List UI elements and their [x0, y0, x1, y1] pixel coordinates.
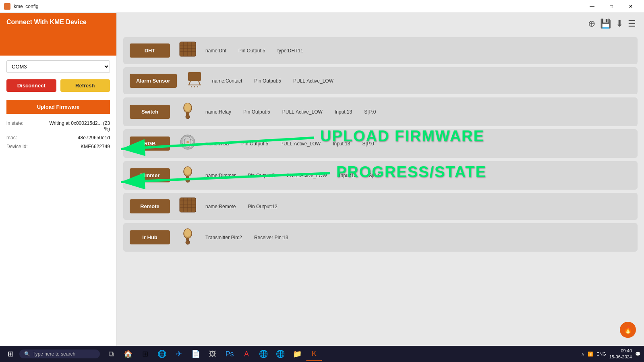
maximize-button[interactable]: □	[602, 0, 621, 13]
upload-firmware-button[interactable]: Upload Firmware	[6, 100, 110, 114]
minimize-button[interactable]: —	[583, 0, 601, 13]
dht-type: type:DHT11	[277, 48, 303, 54]
remote-pin: Pin Output:12	[248, 204, 277, 209]
add-icon[interactable]: ⊕	[588, 19, 595, 29]
rgb-pin: Pin Output:5	[241, 141, 268, 147]
grid-app[interactable]: ⊞	[137, 347, 153, 361]
header-toolbar: ⊕ 💾 ⬇ ☰	[588, 16, 636, 31]
device-card-dimmer: Dimmer name:Dimmer Pin Output:5 PULL:Act…	[123, 161, 638, 190]
ps-app[interactable]: Ps	[222, 347, 238, 361]
device-card-dht: DHT name:Dht Pin Output:5 type	[123, 37, 638, 64]
browser2-app[interactable]: 🌐	[272, 347, 288, 361]
switch-icon	[178, 101, 197, 122]
app-icon	[4, 3, 10, 10]
switch-sip: S|P:0	[364, 109, 376, 115]
device-card-alarm: Alarm Sensor name:Contact Pin Output:5	[123, 67, 638, 94]
remote-button[interactable]: Remote	[130, 199, 170, 213]
taskbar-clock: 09:40 15-06-2024	[609, 348, 632, 360]
svg-rect-7	[188, 72, 201, 81]
telegram-app[interactable]: ✈	[171, 347, 187, 361]
dht-info: name:Dht Pin Output:5 type:DHT11	[205, 48, 631, 54]
fire-icon[interactable]: 🔥	[620, 322, 636, 338]
svg-point-22	[186, 141, 189, 143]
alarm-info: name:Contact Pin Output:5 PULL:Active_LO…	[212, 78, 631, 84]
dimmer-info: name:Dimmer Pin Output:5 PULL:Active_LOW…	[205, 173, 631, 178]
download-icon[interactable]: ⬇	[616, 19, 623, 29]
in-state-value: Writing at 0x000215d2... (23 %)	[46, 120, 110, 132]
device-card-switch: Switch name:Relay Pin Output:5 PULL:Acti…	[123, 97, 638, 126]
mac-label: mac:	[6, 135, 17, 141]
save-icon[interactable]: 💾	[600, 19, 611, 29]
alarm-name: name:Contact	[212, 78, 242, 84]
app-container: Connect With KME Device COM3 Disconnect …	[0, 13, 644, 346]
alarm-pull: PULL:Active_LOW	[293, 78, 333, 84]
start-button[interactable]: ⊞	[3, 348, 18, 360]
alarm-icon	[185, 71, 204, 90]
in-state-label: in state:	[6, 120, 23, 132]
rgb-input: Input:13	[333, 141, 350, 147]
taskbar-apps: ⧉ 🏠 ⊞ 🌐 ✈ 📄 🖼 Ps A 🌐 🌐 📁 K	[103, 347, 322, 361]
taskbar-search[interactable]: 🔍 Type here to search	[19, 350, 100, 358]
sidebar-orange-section	[0, 31, 116, 56]
dht-pin: Pin Output:5	[238, 48, 265, 54]
switch-button[interactable]: Switch	[130, 105, 170, 119]
dimmer-button[interactable]: Dimmer	[130, 168, 170, 182]
titlebar: kme_config — □ ✕	[0, 0, 644, 13]
clock-date: 15-06-2024	[609, 354, 632, 360]
alarm-button[interactable]: Alarm Sensor	[130, 74, 177, 88]
dimmer-sip: S|P:0	[369, 173, 381, 178]
irhub-button[interactable]: Ir Hub	[130, 230, 170, 244]
dht-button[interactable]: DHT	[130, 43, 170, 58]
alarm-pin: Pin Output:5	[254, 78, 281, 84]
kme-app[interactable]: K	[306, 347, 322, 361]
chrome-app[interactable]: 🌐	[154, 347, 170, 361]
taskview-app[interactable]: ⧉	[103, 347, 119, 361]
file-app[interactable]: 📄	[188, 347, 204, 361]
rgb-name: name:RGB	[205, 141, 229, 147]
caret-icon[interactable]: ∧	[581, 352, 584, 357]
taskbar: ⊞ 🔍 Type here to search ⧉ 🏠 ⊞ 🌐 ✈ 📄 🖼 Ps…	[0, 346, 644, 362]
remote-name: name:Remote	[205, 204, 236, 209]
photo-app[interactable]: 🖼	[205, 347, 221, 361]
svg-line-8	[189, 81, 191, 85]
menu-icon[interactable]: ☰	[628, 19, 636, 29]
svg-line-9	[199, 81, 200, 85]
com-port-select[interactable]: COM3	[6, 60, 110, 73]
dht-name: name:Dht	[205, 48, 226, 54]
svg-point-37	[186, 240, 190, 244]
switch-name: name:Relay	[205, 109, 231, 115]
search-text: Type here to search	[33, 351, 75, 357]
irhub-icon	[178, 227, 197, 248]
titlebar-left: kme_config	[4, 3, 38, 10]
device-id-value: KME6622749	[81, 144, 110, 149]
acrobat-app[interactable]: A	[238, 347, 255, 361]
refresh-button[interactable]: Refresh	[60, 79, 110, 92]
svg-point-17	[186, 115, 190, 119]
explorer-app[interactable]: 📁	[289, 347, 305, 361]
device-card-rgb: RGB name:RGB Pin Output:5 PULL:Active_LO…	[123, 129, 638, 158]
switch-pull: PULL:Active_LOW	[282, 109, 323, 115]
dimmer-input: Input:13	[339, 173, 356, 178]
sidebar: Connect With KME Device COM3 Disconnect …	[0, 13, 117, 346]
device-id-row: Device id: KME6622749	[6, 144, 110, 149]
irhub-transmitter: Transmitter Pin:2	[205, 235, 242, 240]
rgb-sip: S|P:0	[362, 141, 374, 147]
in-state-row: in state: Writing at 0x000215d2... (23 %…	[6, 120, 110, 132]
wifi-icon: 📶	[588, 352, 593, 357]
remote-info: name:Remote Pin Output:12	[205, 204, 631, 209]
svg-point-24	[184, 167, 191, 175]
main-content: ⊕ 💾 ⬇ ☰ DHT	[117, 13, 644, 346]
irhub-info: Transmitter Pin:2 Receiver Pin:13	[205, 235, 631, 240]
disconnect-button[interactable]: Disconnect	[6, 79, 56, 92]
irhub-receiver: Receiver Pin:13	[254, 235, 288, 240]
rgb-button[interactable]: RGB	[130, 137, 170, 151]
sidebar-header: Connect With KME Device	[0, 13, 116, 31]
house-app[interactable]: 🏠	[120, 347, 136, 361]
rgb-info: name:RGB Pin Output:5 PULL:Active_LOW In…	[205, 141, 631, 147]
device-cards-area: DHT name:Dht Pin Output:5 type	[123, 37, 638, 252]
notification-icon[interactable]: 💬	[635, 352, 641, 357]
close-button[interactable]: ✕	[621, 0, 640, 13]
mac-value: 48e729650e1d	[78, 135, 110, 141]
chrome2-app[interactable]: 🌐	[255, 347, 271, 361]
switch-input: Input:13	[335, 109, 352, 115]
